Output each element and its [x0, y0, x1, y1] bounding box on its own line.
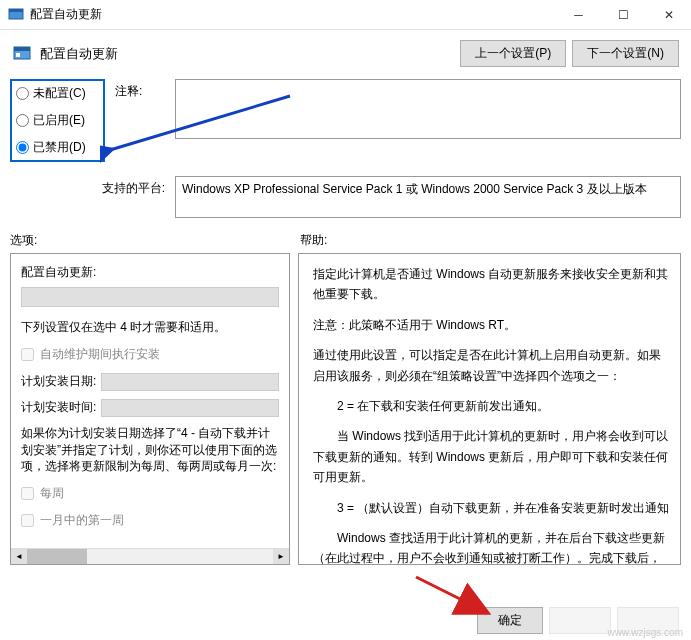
- install-time-select[interactable]: [101, 399, 279, 417]
- help-p7: Windows 查找适用于此计算机的更新，并在后台下载这些更新（在此过程中，用户…: [313, 528, 670, 565]
- config-update-select[interactable]: [21, 287, 279, 307]
- cancel-button[interactable]: [549, 607, 611, 634]
- firstweek-checkbox[interactable]: 一月中的第一周: [21, 512, 279, 529]
- next-setting-button[interactable]: 下一个设置(N): [572, 40, 679, 67]
- svg-rect-1: [9, 9, 23, 12]
- install-date-label: 计划安装日期:: [21, 373, 101, 390]
- options-scrollbar[interactable]: ◄►: [11, 548, 289, 564]
- install-date-select[interactable]: [101, 373, 279, 391]
- radio-unconfigured[interactable]: 未配置(C): [16, 85, 99, 102]
- help-panel: 指定此计算机是否通过 Windows 自动更新服务来接收安全更新和其他重要下载。…: [298, 253, 681, 565]
- svg-line-6: [416, 577, 486, 612]
- radio-disabled[interactable]: 已禁用(D): [16, 139, 99, 156]
- help-p4: 2 = 在下载和安装任何更新前发出通知。: [313, 396, 670, 416]
- help-p3: 通过使用此设置，可以指定是否在此计算机上启用自动更新。如果启用该服务，则必须在“…: [313, 345, 670, 386]
- platform-label: 支持的平台:: [10, 176, 175, 218]
- weekly-checkbox[interactable]: 每周: [21, 485, 279, 502]
- policy-icon: [12, 44, 32, 64]
- comment-label: 注释:: [115, 79, 175, 162]
- radio-enabled[interactable]: 已启用(E): [16, 112, 99, 129]
- help-p6: 3 = （默认设置）自动下载更新，并在准备安装更新时发出通知: [313, 498, 670, 518]
- help-p2: 注意：此策略不适用于 Windows RT。: [313, 315, 670, 335]
- svg-rect-4: [16, 53, 20, 57]
- close-button[interactable]: ✕: [646, 0, 691, 29]
- page-title: 配置自动更新: [40, 45, 460, 63]
- comment-textarea[interactable]: [175, 79, 681, 139]
- svg-rect-3: [14, 47, 30, 51]
- maximize-button[interactable]: ☐: [601, 0, 646, 29]
- help-p1: 指定此计算机是否通过 Windows 自动更新服务来接收安全更新和其他重要下载。: [313, 264, 670, 305]
- minimize-button[interactable]: ─: [556, 0, 601, 29]
- options-note: 下列设置仅在选中 4 时才需要和适用。: [21, 319, 279, 336]
- ok-button[interactable]: 确定: [477, 607, 543, 634]
- help-label: 帮助:: [300, 232, 327, 249]
- platform-text: Windows XP Professional Service Pack 1 或…: [175, 176, 681, 218]
- prev-setting-button[interactable]: 上一个设置(P): [460, 40, 566, 67]
- help-p5: 当 Windows 找到适用于此计算机的更新时，用户将会收到可以下载更新的通知。…: [313, 426, 670, 487]
- watermark: www.wzjsgs.com: [607, 627, 683, 638]
- options-panel: 配置自动更新: 下列设置仅在选中 4 时才需要和适用。 自动维护期间执行安装 计…: [10, 253, 290, 565]
- maintenance-checkbox[interactable]: 自动维护期间执行安装: [21, 346, 279, 363]
- install-time-label: 计划安装时间:: [21, 399, 101, 416]
- window-title: 配置自动更新: [30, 6, 556, 23]
- config-update-label: 配置自动更新:: [21, 264, 279, 281]
- options-desc: 如果你为计划安装日期选择了“4 - 自动下载并计划安装”并指定了计划，则你还可以…: [21, 425, 279, 475]
- options-label: 选项:: [10, 232, 300, 249]
- app-icon: [8, 7, 24, 23]
- state-radio-group: 未配置(C) 已启用(E) 已禁用(D): [10, 79, 105, 162]
